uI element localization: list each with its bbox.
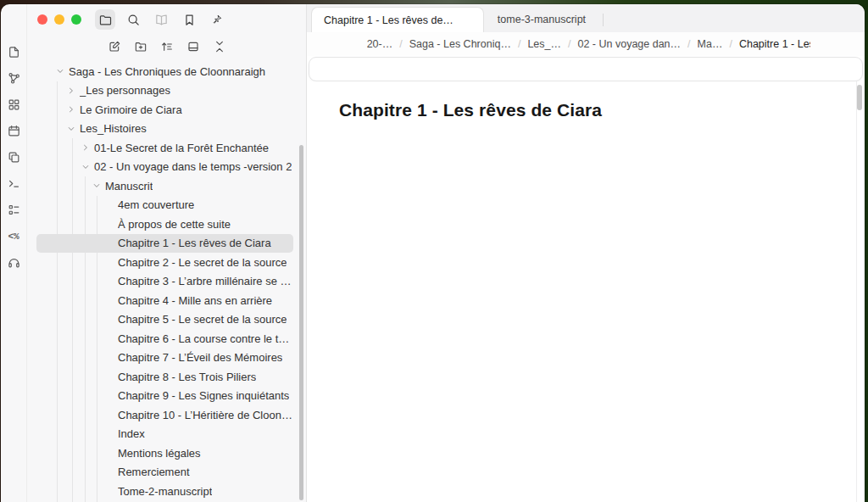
editor-pane: 20-…/Saga - Les Chroniq…/Les_…/02 - Un v… [307,32,865,502]
tab-tome-3-manuscript[interactable]: tome-3-manuscript [484,7,599,32]
canvas-grid-icon[interactable] [7,98,21,112]
view-header: 20-…/Saga - Les Chroniq…/Les_…/02 - Un v… [307,32,865,56]
chevron-right-icon[interactable] [81,142,94,154]
tree-item-label: Index [118,427,145,440]
collapse-all-icon[interactable] [213,40,226,53]
main-pane: Chapitre 1 - Les rêves de… tome-3-manusc… [306,4,865,502]
sidebar-view-tabs [95,9,227,30]
bookmark-icon [182,13,197,27]
tree-item-label: Chapitre 3 - L’arbre millénaire se me… [118,275,293,287]
graph-view-icon[interactable] [7,71,21,86]
reading-view-icon[interactable] [810,37,824,51]
sort-order-icon[interactable] [160,40,174,53]
breadcrumb-item[interactable]: Saga - Les Chroniq… [409,38,511,50]
tree-item[interactable]: Index [36,425,293,444]
chevron-right-icon[interactable] [67,84,80,97]
chevron-right-icon[interactable] [67,103,80,116]
tree-item-label: Les_Histoires [80,122,147,135]
tree-item-label: Manuscrit [105,180,153,192]
tree-item[interactable]: Manuscrit [36,176,293,196]
calendar-icon[interactable] [7,124,21,138]
back-button[interactable] [320,38,331,51]
copy-icon[interactable] [7,150,21,165]
new-note-icon[interactable] [108,40,121,53]
formatting-toolbar [309,57,863,81]
tree-item[interactable]: 4em couverture [36,196,293,215]
tree-item[interactable]: Chapitre 7 - L’Éveil des Mémoires [36,349,293,368]
chevron-down-icon[interactable] [81,160,94,173]
breadcrumb-item[interactable]: 20-… [367,38,393,50]
templater-icon[interactable]: <% [7,229,21,243]
tree-item-label: Le Grimoire de Ciara [80,103,182,116]
tree-item[interactable]: Chapitre 2 - Le secret de la source [36,253,293,272]
kanban-icon[interactable] [7,203,21,217]
tree-item[interactable]: 01-Le Secret de la Forêt Enchantée [36,138,293,158]
tree-item-label: Remerciement [118,466,190,478]
tab-divider [603,14,604,26]
tree-item[interactable]: _Les personnages [36,81,293,101]
toggle-right-sidebar-icon[interactable] [840,11,854,25]
minimize-window-button[interactable] [54,14,64,25]
tree-item[interactable]: Chapitre 3 - L’arbre millénaire se me… [36,272,293,292]
tree-item-label: Saga - Les Chroniques de Cloonnaraigh [69,65,265,78]
tree-item-selected[interactable]: Chapitre 1 - Les rêves de Ciara [36,234,293,254]
tree-item[interactable]: Chapitre 10 - L’Héritière de Cloonna… [36,405,293,425]
tree-item[interactable]: Chapitre 8 - Les Trois Piliers [36,367,293,387]
tab-list-icon[interactable] [814,12,826,25]
sidebar-header [27,4,306,35]
tree-item[interactable]: Chapitre 4 - Mille ans en arrière [36,291,293,310]
new-folder-icon[interactable] [134,40,147,53]
breadcrumb-separator: / [729,38,732,50]
tree-item-label: Chapitre 10 - L’Héritière de Cloonna… [118,409,293,421]
tree-item[interactable]: Remerciement [36,463,293,482]
tree-item[interactable]: Les_Histoires [36,120,293,139]
close-tab-icon[interactable] [464,14,475,25]
left-ribbon: <% [1,4,27,502]
tab-chapitre-1[interactable]: Chapitre 1 - Les rêves de… [311,7,484,32]
document-title: Chapitre 1 - Les rêves de Ciara [339,100,865,120]
breadcrumb-item[interactable]: Les_… [527,38,561,50]
tree-item-label: Chapitre 1 - Les rêves de Ciara [118,237,271,249]
tree-item[interactable]: Saga - Les Chroniques de Cloonnaraigh [36,62,293,81]
tree-item-label: À propos de cette suite [118,218,231,231]
fold-panel-icon[interactable] [186,40,200,53]
tree-item[interactable]: À propos de cette suite [36,215,293,234]
tree-item[interactable]: Le Grimoire de Ciara [36,100,293,120]
tree-item[interactable]: Mentions légales [36,443,293,463]
file-tree: Saga - Les Chroniques de Cloonnaraigh _L… [27,59,306,502]
tree-item[interactable]: Chapitre 9 - Les Signes inquiétants [36,387,293,406]
tree-item-label: Chapitre 6 - La course contre le tem… [118,332,293,345]
breadcrumb-item[interactable]: Ma… [698,38,723,50]
toggle-left-sidebar-icon[interactable] [281,12,296,27]
tree-item-label: _Les personnages [80,84,170,97]
editor[interactable]: Chapitre 1 - Les rêves de Ciara [307,81,865,502]
chevron-down-icon[interactable] [92,180,105,192]
breadcrumb-item[interactable]: Chapitre 1 - Les rêves de Ciara [739,38,810,50]
tree-item[interactable]: Chapitre 6 - La course contre le tem… [36,329,293,349]
audio-headphones-icon[interactable] [7,255,21,270]
breadcrumb: 20-…/Saga - Les Chroniq…/Les_…/02 - Un v… [367,38,810,50]
more-options-icon[interactable] [838,37,852,51]
breadcrumb-separator: / [687,38,690,50]
tree-item-label: Chapitre 7 - L’Éveil des Mémoires [118,351,282,364]
forward-button[interactable] [341,38,352,51]
new-tab-button[interactable] [612,14,625,26]
tree-item-label: Chapitre 2 - Le secret de la source [118,256,287,269]
file-switcher-icon[interactable] [7,45,21,59]
tree-item[interactable]: Chapitre 5 - Le secret de la source [36,310,293,330]
close-window-button[interactable] [37,14,47,25]
terminal-icon[interactable] [7,176,21,191]
zoom-window-button[interactable] [71,14,81,25]
breadcrumb-separator: / [399,38,402,50]
editor-scrollbar[interactable] [857,85,862,110]
pin-icon [211,14,223,25]
tree-item-label: Mentions légales [118,447,201,460]
tree-item[interactable]: Tome-2-manuscript [36,482,293,501]
breadcrumb-item[interactable]: 02 - Un voyage dan… [577,38,681,50]
chevron-down-icon[interactable] [56,65,69,78]
chevron-down-icon[interactable] [67,122,80,135]
sidebar-scrollbar[interactable] [299,145,303,500]
tab-title: Chapitre 1 - Les rêves de… [324,14,453,26]
tree-item-label: 4em couverture [118,198,194,211]
tree-item[interactable]: 02 - Un voyage dans le temps -version 2 [36,158,293,177]
